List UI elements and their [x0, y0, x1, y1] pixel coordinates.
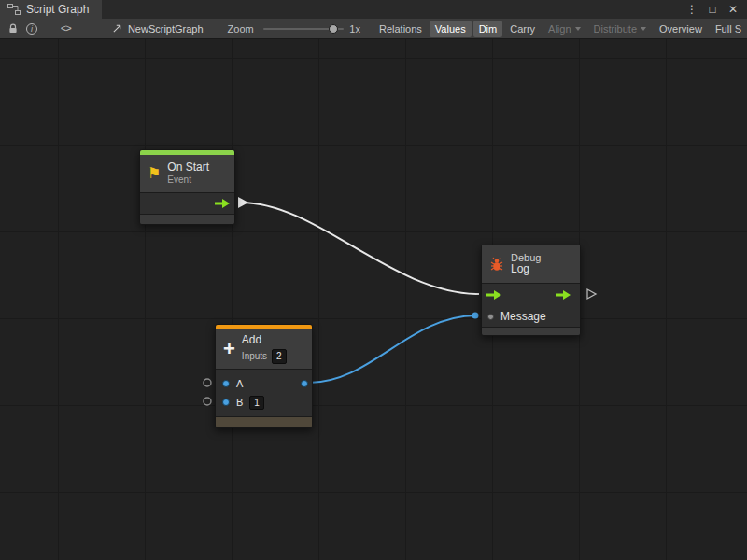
window-tab-bar: Script Graph ⋮ □ ✕ [0, 0, 747, 19]
port-b-label: B [236, 397, 243, 408]
graph-canvas[interactable]: ⚑ On Start Event [0, 39, 747, 560]
debug-flow-row [482, 284, 580, 306]
align-button[interactable]: Align [543, 21, 585, 37]
zoom-label: Zoom [228, 23, 254, 35]
flow-arrow-icon [556, 290, 571, 300]
value-wire[interactable] [309, 315, 477, 383]
wires-layer [0, 39, 747, 560]
flow-output-port[interactable] [556, 290, 571, 300]
align-label: Align [548, 23, 571, 35]
node-title: Add [242, 334, 287, 347]
chevron-down-icon [641, 27, 646, 31]
dim-button[interactable]: Dim [473, 21, 503, 37]
on-start-footer [140, 215, 234, 224]
toolbar-buttons: Relations Values Dim Carry Align Distrib… [374, 21, 747, 37]
distribute-button[interactable]: Distribute [588, 21, 652, 37]
maximize-button[interactable]: □ [704, 1, 721, 18]
zoom-slider[interactable] [263, 22, 345, 35]
add-header: + Add Inputs 2 [216, 329, 312, 369]
overview-button[interactable]: Overview [654, 21, 708, 37]
value-wire-end-dot [472, 313, 479, 319]
lock-icon [7, 23, 19, 35]
port-row-a: A [216, 374, 312, 393]
flow-arrow-icon [215, 199, 230, 208]
plus-icon: + [223, 340, 235, 358]
node-subtitle: Event [167, 175, 209, 186]
bug-icon [489, 257, 504, 272]
port-row-b: B 1 [216, 393, 312, 412]
inputs-label: Inputs [242, 351, 267, 362]
chevron-down-icon [575, 27, 581, 31]
lock-button[interactable] [4, 19, 22, 39]
graph-breadcrumb[interactable]: NewScriptGraph [112, 23, 204, 35]
port-a-label: A [236, 378, 243, 389]
script-graph-window: Script Graph ⋮ □ ✕ i <> NewScriptGraph [0, 0, 747, 560]
node-title: On Start [167, 161, 209, 175]
message-input-port[interactable] [487, 314, 494, 320]
toolbar-separator [49, 22, 49, 35]
info-button[interactable]: i [22, 19, 41, 39]
flow-input-port[interactable] [486, 290, 501, 300]
external-flow-triangle[interactable] [587, 289, 596, 299]
inputs-count-field[interactable]: 2 [272, 349, 287, 364]
input-port-a[interactable] [222, 380, 230, 387]
flag-icon: ⚑ [148, 166, 161, 181]
values-button[interactable]: Values [430, 21, 472, 37]
graph-toolbar: i <> NewScriptGraph Zoom 1x Relations Va… [0, 19, 747, 39]
distribute-label: Distribute [594, 23, 637, 35]
message-port-row: Message [482, 306, 580, 327]
script-graph-icon [112, 23, 122, 34]
debug-log-header: Debug Log [482, 245, 580, 283]
fullscreen-button[interactable]: Full S [710, 21, 747, 37]
window-controls: ⋮ □ ✕ [684, 0, 747, 19]
add-ports-body: A B 1 [216, 370, 312, 416]
tab-title: Script Graph [26, 3, 89, 16]
on-start-header: ⚑ On Start Event [140, 155, 234, 192]
result-output-port[interactable] [301, 380, 308, 387]
zoom-value: 1x [349, 23, 360, 35]
window-menu-button[interactable]: ⋮ [684, 1, 700, 18]
tab-script-graph[interactable]: Script Graph [0, 0, 102, 19]
node-title: Log [511, 263, 541, 276]
graph-name: NewScriptGraph [128, 23, 204, 35]
debug-footer [482, 328, 580, 335]
info-icon: i [26, 23, 37, 35]
flow-output-port[interactable] [215, 199, 230, 208]
flow-wire-start-arrow-icon [238, 197, 248, 208]
add-footer [216, 416, 312, 427]
code-icon: <> [61, 23, 71, 35]
flow-wire[interactable] [241, 203, 479, 294]
code-view-button[interactable]: <> [57, 19, 75, 39]
close-button[interactable]: ✕ [725, 1, 741, 18]
flow-arrow-icon [486, 290, 501, 300]
node-debug-log[interactable]: Debug Log Message [481, 245, 581, 336]
zoom-handle[interactable] [329, 24, 338, 34]
graph-tab-icon [7, 4, 21, 15]
external-port-circle-b[interactable] [204, 398, 211, 405]
node-on-start[interactable]: ⚑ On Start Event [139, 149, 235, 225]
carry-button[interactable]: Carry [504, 21, 541, 37]
input-port-b[interactable] [222, 399, 230, 406]
message-port-label: Message [500, 310, 546, 323]
port-b-value-field[interactable]: 1 [249, 396, 264, 410]
node-add[interactable]: + Add Inputs 2 A B [215, 324, 313, 428]
external-port-circle-a[interactable] [204, 379, 211, 386]
on-start-flow-row [140, 193, 234, 214]
relations-button[interactable]: Relations [374, 21, 428, 37]
